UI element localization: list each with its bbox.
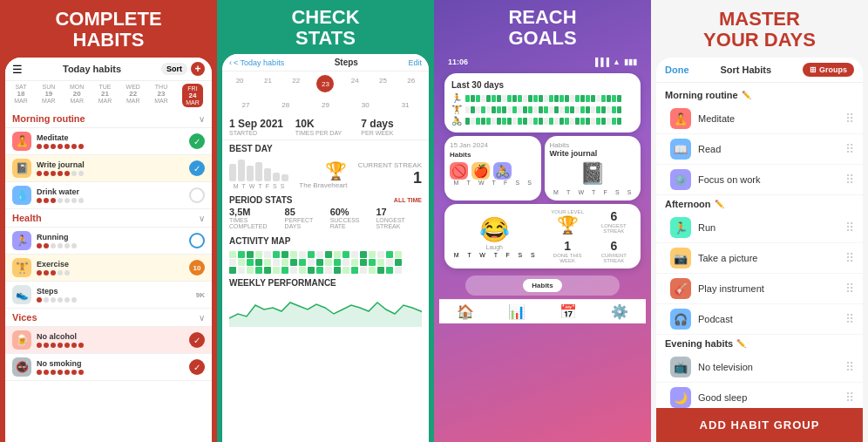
period-stats-box: PERIOD STATS ALL TIME 3,5M TIMES COMPLET… [222, 192, 429, 233]
date-fri-active[interactable]: FRI24MAR [182, 84, 203, 107]
morning-routine-section[interactable]: Morning routine ∨ [5, 110, 212, 128]
day-22[interactable]: 22 [288, 75, 303, 92]
drink-water-check[interactable] [189, 187, 205, 203]
date-sat[interactable]: SAT18MAR [14, 84, 28, 107]
p4-meditate-name: Meditate [698, 113, 845, 124]
bottom-cards-row: 15 Jan 2024 Habits 🚫 🍎 🚴 MTWTFSS Habits … [444, 136, 641, 201]
afternoon-group-name: Afternoon [665, 199, 711, 209]
habit-running[interactable]: 🏃 Running [5, 228, 212, 255]
back-button[interactable]: ‹< Today habits [229, 58, 284, 67]
done-button[interactable]: Done [665, 65, 689, 75]
morning-routine-edit-icon[interactable]: ✏️ [742, 91, 751, 99]
steps-dots [37, 297, 196, 303]
drag-handle-meditate[interactable]: ⠿ [845, 112, 854, 126]
p4-run-row: 🏃 Run ⠿ [656, 213, 863, 243]
phone-mockup-1: ☰ Today habits Sort + SAT18MAR SUN19MAR … [5, 58, 212, 442]
date-card: 15 Jan 2024 Habits 🚫 🍎 🚴 MTWTFSS [444, 136, 541, 201]
current-streak-p3: 6 CURRENT STREAK [593, 239, 635, 263]
your-level-stat: YOUR LEVEL 🏆 [546, 209, 589, 235]
p4-read-row: 📖 Read ⠿ [656, 134, 863, 165]
evening-group-name: Evening habits [665, 338, 733, 349]
day-28[interactable]: 28 [278, 99, 293, 111]
drag-handle-instrument[interactable]: ⠿ [845, 282, 854, 296]
evening-edit-icon[interactable]: ✏️ [736, 339, 746, 348]
health-section[interactable]: Health ∨ [5, 209, 212, 228]
panel3-header: REACH GOALS [434, 0, 651, 54]
exercise-count[interactable]: 10 [189, 260, 205, 275]
habit-drink-water[interactable]: 💧 Drink water [5, 182, 212, 209]
drag-handle-podcast[interactable]: ⠿ [845, 312, 854, 326]
done-this-week-val: 1 [546, 239, 589, 253]
sort-button[interactable]: Sort [161, 63, 187, 75]
health-chevron-icon: ∨ [199, 214, 205, 223]
drag-handle-sleep[interactable]: ⠿ [845, 391, 854, 405]
vices-section[interactable]: Vices ∨ [5, 309, 212, 327]
day-20[interactable]: 20 [233, 75, 248, 92]
running-check[interactable] [189, 233, 205, 248]
total-times-stat: 3,5M TIMES COMPLETED [229, 207, 278, 229]
no-alcohol-icon: 🍺 [12, 330, 31, 350]
activity-map-title: ACTIVITY MAP [222, 233, 429, 249]
habit-meditate[interactable]: 🧘 Meditate ✓ [5, 128, 212, 155]
perfect-days-stat: 85 PERFECT DAYS [285, 207, 323, 229]
no-alcohol-check[interactable]: ✓ [189, 332, 205, 348]
drag-handle-picture[interactable]: ⠿ [845, 251, 854, 265]
afternoon-group: Afternoon ✏️ [656, 195, 863, 213]
day-30[interactable]: 30 [358, 99, 373, 111]
p4-instrument-row: 🎸 Play instrument ⠿ [656, 274, 863, 304]
nav-stats-icon[interactable]: 📊 [508, 303, 526, 320]
edit-button[interactable]: Edit [408, 58, 422, 67]
date-tue[interactable]: TUE21MAR [98, 84, 112, 107]
today-habits-bar: ☰ Today habits Sort + [5, 58, 212, 81]
hmap-cells-3 [465, 118, 621, 125]
habit-weekdays: MTWTFSS [450, 180, 536, 186]
day-26[interactable]: 26 [403, 75, 418, 92]
nav-home-icon[interactable]: 🏠 [457, 303, 474, 320]
date-sun[interactable]: SUN19MAR [42, 84, 56, 107]
laugh-stats: YOUR LEVEL 🏆 6 LONGEST STREAK 1 DONE THI… [546, 209, 636, 263]
day-24[interactable]: 24 [348, 75, 363, 92]
drag-handle-run[interactable]: ⠿ [845, 221, 854, 235]
groups-button[interactable]: ⊞ Groups [803, 63, 854, 77]
day-31[interactable]: 31 [398, 99, 413, 111]
meditate-check[interactable]: ✓ [189, 133, 205, 149]
streak-visualization: MTWTFSS [229, 160, 288, 189]
date-strip: SAT18MAR SUN19MAR MON20MAR TUE21MAR WED2… [5, 81, 212, 110]
nav-settings-icon[interactable]: ⚙️ [611, 303, 628, 320]
day-21[interactable]: 21 [261, 75, 275, 92]
day-25[interactable]: 25 [376, 75, 390, 92]
habit-write-journal[interactable]: 📓 Write journal ✓ [5, 155, 212, 182]
drink-water-dots [37, 198, 189, 203]
write-journal-check[interactable]: ✓ [189, 160, 205, 176]
drag-handle-focus[interactable]: ⠿ [845, 173, 854, 187]
p4-run-name: Run [698, 222, 845, 233]
add-habit-group-button[interactable]: ADD HABIT GROUP [656, 408, 863, 442]
write-journal-label: Write journal [550, 149, 636, 158]
day-29[interactable]: 29 [318, 99, 333, 111]
panel1-header: COMPLETE HABITS [0, 0, 217, 58]
current-streak-val: 6 [593, 239, 635, 253]
date-thu[interactable]: THU23MAR [154, 84, 168, 107]
afternoon-edit-icon[interactable]: ✏️ [715, 200, 724, 208]
date-mon[interactable]: MON20MAR [70, 84, 84, 107]
date-wed[interactable]: WED22MAR [126, 84, 140, 107]
habit-no-alcohol[interactable]: 🍺 No alcohol ✓ [5, 327, 212, 354]
add-habit-button[interactable]: + [191, 62, 205, 76]
habit-steps[interactable]: 👟 Steps 9K [5, 282, 212, 309]
drag-handle-read[interactable]: ⠿ [845, 142, 854, 156]
running-name: Running [37, 233, 189, 241]
nav-calendar-icon[interactable]: 📅 [559, 303, 577, 320]
no-smoking-check[interactable]: ✓ [189, 359, 205, 375]
habit-no-smoking[interactable]: 🚭 No smoking ✓ [5, 354, 212, 381]
day-23-active[interactable]: 23 [316, 75, 334, 92]
day-27[interactable]: 27 [238, 99, 253, 111]
habits-switch-btn[interactable]: Habits [523, 279, 561, 292]
total-times-label: TIMES COMPLETED [229, 217, 278, 229]
habit-exercise[interactable]: 🏋️ Exercise 10 [5, 255, 212, 282]
no-smoking-name: No smoking [37, 359, 189, 368]
drag-handle-television[interactable]: ⠿ [845, 360, 854, 374]
success-rate-val: 60% [330, 207, 370, 217]
laugh-card: 😂 Laugh MTWTFSS YOUR LEVEL 🏆 6 LONGEST S… [444, 204, 641, 269]
drink-water-icon: 💧 [12, 186, 31, 205]
started-stats: 1 Sep 2021 STARTED 10K TIMES PER DAY 7 d… [222, 114, 429, 140]
